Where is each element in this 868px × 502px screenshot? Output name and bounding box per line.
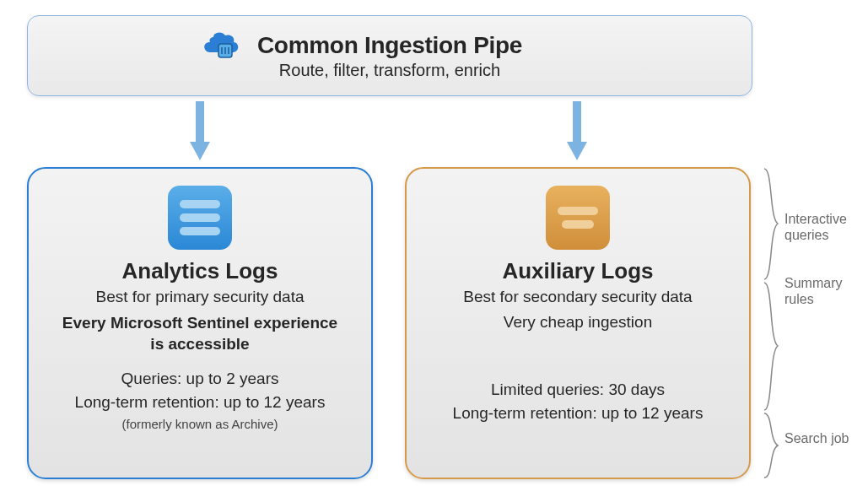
auxiliary-icon <box>546 186 610 250</box>
analytics-logs-box: Analytics Logs Best for primary security… <box>27 167 373 479</box>
auxiliary-cheap: Very cheap ingestion <box>422 313 734 332</box>
side-annotations: Interactive queries Summary rules Search… <box>761 167 862 479</box>
auxiliary-retention: Long-term retention: up to 12 years <box>422 404 734 423</box>
arrow-to-analytics <box>190 101 210 157</box>
label-summary-rules: Summary rules <box>784 275 862 307</box>
auxiliary-subtitle: Best for secondary security data <box>422 288 734 306</box>
analytics-emphasis: Every Microsoft Sentinel experience is a… <box>44 313 356 354</box>
svg-rect-3 <box>573 101 581 142</box>
ingestion-pipe-content: Common Ingestion Pipe Route, filter, tra… <box>257 32 522 80</box>
brace-icon <box>761 412 779 479</box>
label-interactive-queries: Interactive queries <box>784 211 862 243</box>
analytics-queries: Queries: up to 2 years <box>44 370 356 388</box>
svg-rect-1 <box>196 101 204 142</box>
analytics-retention-note: (formerly known as Archive) <box>44 417 356 431</box>
auxiliary-queries: Limited queries: 30 days <box>422 381 734 399</box>
arrow-to-auxiliary <box>567 101 587 157</box>
brace-icon <box>761 281 779 412</box>
analytics-title: Analytics Logs <box>44 258 356 284</box>
analytics-retention: Long-term retention: up to 12 years <box>44 393 356 412</box>
auxiliary-logs-box: Auxiliary Logs Best for secondary securi… <box>405 167 751 479</box>
ingestion-pipe-box: Common Ingestion Pipe Route, filter, tra… <box>27 15 752 96</box>
label-search-job: Search job <box>784 430 862 446</box>
analytics-icon <box>168 186 232 250</box>
svg-marker-4 <box>567 142 587 160</box>
brace-icon <box>761 167 779 281</box>
auxiliary-title: Auxiliary Logs <box>422 258 734 284</box>
analytics-subtitle: Best for primary security data <box>44 288 356 306</box>
ingestion-title: Common Ingestion Pipe <box>257 32 522 59</box>
cloud-transform-icon <box>198 29 242 66</box>
ingestion-subtitle: Route, filter, transform, enrich <box>257 61 522 80</box>
svg-marker-2 <box>190 142 210 160</box>
